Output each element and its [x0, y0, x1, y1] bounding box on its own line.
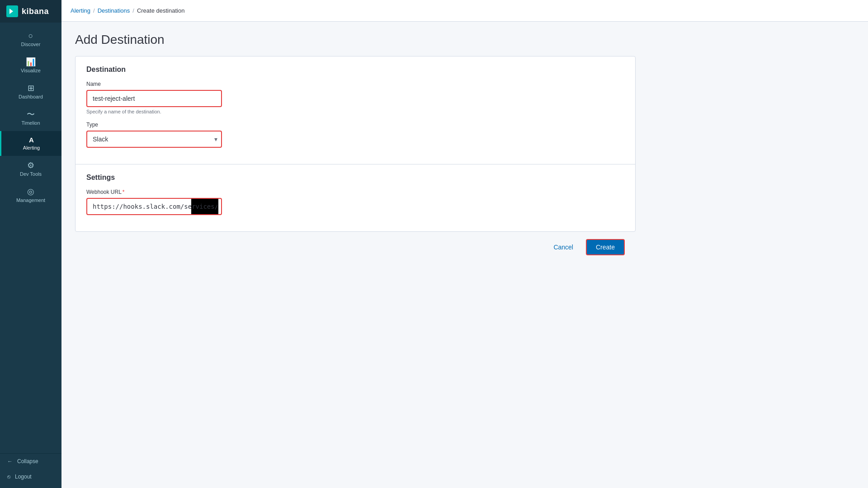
name-field-group: Name Specify a name of the destination. [86, 81, 624, 114]
sidebar-label-dashboard: Dashboard [19, 94, 43, 99]
sidebar-label-devtools: Dev Tools [20, 171, 42, 177]
alerting-icon: A [29, 136, 34, 143]
sidebar-item-alerting[interactable]: A Alerting [0, 131, 61, 156]
webhook-input-container [86, 198, 222, 215]
dashboard-icon: ⊞ [28, 84, 34, 92]
page-content: Add Destination Destination Name Specify… [61, 22, 868, 488]
settings-section: Settings Webhook URL* [75, 164, 635, 231]
breadcrumb-sep-1: / [93, 7, 95, 14]
destination-card: Destination Name Specify a name of the d… [75, 56, 636, 232]
breadcrumb: Alerting / Destinations / Create destina… [61, 0, 868, 22]
webhook-required: * [123, 189, 125, 195]
sidebar: kibana ○ Discover 📊 Visualize ⊞ Dashboar… [0, 0, 61, 488]
sidebar-label-timelion: Timelion [21, 120, 40, 126]
webhook-label: Webhook URL* [86, 189, 624, 195]
webhook-field-group: Webhook URL* [86, 189, 624, 215]
sidebar-logout-button[interactable]: ⎋ Logout [0, 469, 61, 484]
sidebar-item-discover[interactable]: ○ Discover [0, 26, 61, 52]
sidebar-collapse-button[interactable]: ← Collapse [0, 454, 61, 469]
sidebar-logo: kibana [0, 0, 61, 23]
breadcrumb-current: Create destination [137, 7, 185, 14]
name-input[interactable] [86, 90, 222, 107]
name-hint: Specify a name of the destination. [86, 109, 624, 114]
breadcrumb-alerting[interactable]: Alerting [71, 7, 90, 14]
sidebar-label-alerting: Alerting [23, 145, 40, 150]
management-icon: ◎ [27, 188, 34, 196]
settings-section-title: Settings [86, 174, 624, 182]
timelion-icon: 〜 [27, 110, 35, 118]
devtools-icon: ⚙ [27, 161, 34, 169]
kibana-logo-text: kibana [22, 7, 49, 16]
logout-label: Logout [15, 474, 32, 480]
sidebar-item-devtools[interactable]: ⚙ Dev Tools [0, 156, 61, 182]
page-title: Add Destination [75, 33, 854, 47]
breadcrumb-destinations[interactable]: Destinations [98, 7, 130, 14]
collapse-icon: ← [7, 458, 13, 465]
destination-section-title: Destination [86, 66, 624, 74]
type-field-group: Type Slack Email Custom webhook ▾ [86, 122, 624, 148]
logout-icon: ⎋ [7, 474, 10, 480]
discover-icon: ○ [28, 32, 33, 40]
webhook-input[interactable] [86, 198, 222, 215]
name-label: Name [86, 81, 624, 87]
sidebar-item-visualize[interactable]: 📊 Visualize [0, 52, 61, 79]
type-select-wrapper: Slack Email Custom webhook ▾ [86, 131, 222, 148]
sidebar-label-management: Management [16, 197, 45, 203]
sidebar-item-management[interactable]: ◎ Management [0, 182, 61, 208]
create-button[interactable]: Create [586, 239, 625, 255]
sidebar-bottom: ← Collapse ⎋ Logout [0, 453, 61, 488]
cancel-button[interactable]: Cancel [546, 240, 580, 254]
visualize-icon: 📊 [26, 58, 36, 66]
sidebar-label-visualize: Visualize [21, 68, 41, 73]
destination-section: Destination Name Specify a name of the d… [75, 56, 635, 164]
sidebar-item-timelion[interactable]: 〜 Timelion [0, 105, 61, 131]
sidebar-nav: ○ Discover 📊 Visualize ⊞ Dashboard 〜 Tim… [0, 23, 61, 453]
collapse-label: Collapse [17, 458, 38, 465]
kibana-logo-icon [6, 5, 18, 17]
breadcrumb-sep-2: / [132, 7, 134, 14]
sidebar-label-discover: Discover [21, 42, 41, 47]
actions-bar: Cancel Create [75, 232, 636, 263]
main-content: Alerting / Destinations / Create destina… [61, 0, 868, 488]
type-select[interactable]: Slack Email Custom webhook [86, 131, 222, 148]
sidebar-item-dashboard[interactable]: ⊞ Dashboard [0, 79, 61, 105]
type-label: Type [86, 122, 624, 128]
